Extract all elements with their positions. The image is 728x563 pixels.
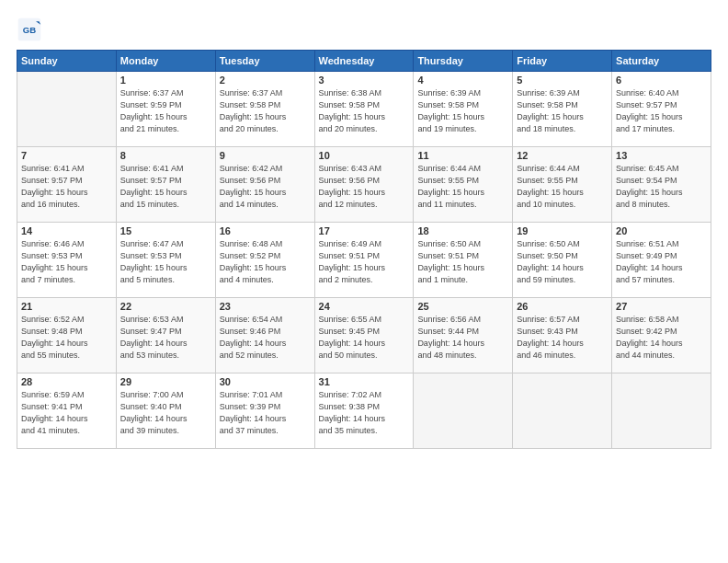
calendar-cell: 6Sunrise: 6:40 AMSunset: 9:57 PMDaylight… [612, 72, 711, 147]
day-number: 15 [120, 225, 211, 236]
day-info: Sunrise: 6:59 AMSunset: 9:41 PMDaylight:… [21, 389, 112, 437]
calendar-cell: 3Sunrise: 6:38 AMSunset: 9:58 PMDaylight… [314, 72, 414, 147]
day-info: Sunrise: 6:55 AMSunset: 9:45 PMDaylight:… [319, 314, 410, 362]
day-info: Sunrise: 6:44 AMSunset: 9:55 PMDaylight:… [417, 163, 508, 211]
day-info: Sunrise: 6:43 AMSunset: 9:56 PMDaylight:… [319, 163, 410, 211]
day-info: Sunrise: 6:41 AMSunset: 9:57 PMDaylight:… [120, 163, 211, 211]
day-number: 19 [517, 225, 608, 236]
day-number: 3 [319, 75, 410, 86]
calendar-week-2: 7Sunrise: 6:41 AMSunset: 9:57 PMDaylight… [17, 147, 711, 223]
day-info: Sunrise: 6:48 AMSunset: 9:52 PMDaylight:… [220, 238, 311, 286]
calendar-cell: 16Sunrise: 6:48 AMSunset: 9:52 PMDayligh… [215, 223, 314, 298]
calendar-cell: 8Sunrise: 6:41 AMSunset: 9:57 PMDaylight… [116, 147, 215, 223]
day-info: Sunrise: 6:41 AMSunset: 9:57 PMDaylight:… [21, 163, 112, 211]
day-number: 14 [21, 225, 112, 236]
day-number: 22 [120, 301, 211, 312]
calendar-week-5: 28Sunrise: 6:59 AMSunset: 9:41 PMDayligh… [17, 373, 711, 449]
day-number: 31 [319, 376, 410, 387]
page-header: GB [17, 17, 711, 42]
calendar-cell: 30Sunrise: 7:01 AMSunset: 9:39 PMDayligh… [215, 373, 314, 449]
day-number: 5 [517, 75, 608, 86]
day-number: 25 [417, 301, 508, 312]
day-info: Sunrise: 6:50 AMSunset: 9:51 PMDaylight:… [417, 238, 508, 286]
calendar-cell [513, 373, 612, 449]
calendar-cell: 25Sunrise: 6:56 AMSunset: 9:44 PMDayligh… [414, 298, 513, 373]
calendar-cell: 5Sunrise: 6:39 AMSunset: 9:58 PMDaylight… [513, 72, 612, 147]
day-number: 12 [517, 150, 608, 161]
calendar-cell: 1Sunrise: 6:37 AMSunset: 9:59 PMDaylight… [116, 72, 215, 147]
day-info: Sunrise: 6:49 AMSunset: 9:51 PMDaylight:… [319, 238, 410, 286]
day-number: 9 [220, 150, 311, 161]
header-monday: Monday [116, 51, 215, 72]
day-info: Sunrise: 6:51 AMSunset: 9:49 PMDaylight:… [616, 238, 707, 286]
calendar-cell: 11Sunrise: 6:44 AMSunset: 9:55 PMDayligh… [414, 147, 513, 223]
calendar-header-row: SundayMondayTuesdayWednesdayThursdayFrid… [17, 51, 711, 72]
calendar-cell: 21Sunrise: 6:52 AMSunset: 9:48 PMDayligh… [17, 298, 117, 373]
header-wednesday: Wednesday [314, 51, 414, 72]
day-number: 13 [616, 150, 707, 161]
calendar-cell: 19Sunrise: 6:50 AMSunset: 9:50 PMDayligh… [513, 223, 612, 298]
calendar-cell: 20Sunrise: 6:51 AMSunset: 9:49 PMDayligh… [612, 223, 711, 298]
calendar-cell: 26Sunrise: 6:57 AMSunset: 9:43 PMDayligh… [513, 298, 612, 373]
header-thursday: Thursday [414, 51, 513, 72]
calendar-week-1: 1Sunrise: 6:37 AMSunset: 9:59 PMDaylight… [17, 72, 711, 147]
day-info: Sunrise: 6:54 AMSunset: 9:46 PMDaylight:… [220, 314, 311, 362]
calendar-cell: 31Sunrise: 7:02 AMSunset: 9:38 PMDayligh… [314, 373, 414, 449]
day-number: 10 [319, 150, 410, 161]
day-number: 2 [220, 75, 311, 86]
header-sunday: Sunday [17, 51, 117, 72]
calendar-cell: 7Sunrise: 6:41 AMSunset: 9:57 PMDaylight… [17, 147, 117, 223]
calendar-cell: 15Sunrise: 6:47 AMSunset: 9:53 PMDayligh… [116, 223, 215, 298]
day-number: 29 [120, 376, 211, 387]
day-number: 16 [220, 225, 311, 236]
day-number: 28 [21, 376, 112, 387]
day-info: Sunrise: 7:00 AMSunset: 9:40 PMDaylight:… [120, 389, 211, 437]
day-number: 1 [120, 75, 211, 86]
header-tuesday: Tuesday [215, 51, 314, 72]
header-friday: Friday [513, 51, 612, 72]
calendar-cell: 4Sunrise: 6:39 AMSunset: 9:58 PMDaylight… [414, 72, 513, 147]
calendar-cell: 22Sunrise: 6:53 AMSunset: 9:47 PMDayligh… [116, 298, 215, 373]
day-info: Sunrise: 6:37 AMSunset: 9:59 PMDaylight:… [120, 87, 211, 135]
day-info: Sunrise: 6:37 AMSunset: 9:58 PMDaylight:… [220, 87, 311, 135]
calendar-cell: 2Sunrise: 6:37 AMSunset: 9:58 PMDaylight… [215, 72, 314, 147]
day-info: Sunrise: 6:42 AMSunset: 9:56 PMDaylight:… [220, 163, 311, 211]
day-info: Sunrise: 6:46 AMSunset: 9:53 PMDaylight:… [21, 238, 112, 286]
day-number: 24 [319, 301, 410, 312]
day-info: Sunrise: 6:47 AMSunset: 9:53 PMDaylight:… [120, 238, 211, 286]
logo: GB [17, 17, 46, 42]
day-number: 4 [417, 75, 508, 86]
day-number: 18 [417, 225, 508, 236]
calendar-cell: 18Sunrise: 6:50 AMSunset: 9:51 PMDayligh… [414, 223, 513, 298]
day-number: 11 [417, 150, 508, 161]
day-number: 21 [21, 301, 112, 312]
day-info: Sunrise: 6:38 AMSunset: 9:58 PMDaylight:… [319, 87, 410, 135]
calendar-cell: 23Sunrise: 6:54 AMSunset: 9:46 PMDayligh… [215, 298, 314, 373]
day-info: Sunrise: 6:52 AMSunset: 9:48 PMDaylight:… [21, 314, 112, 362]
day-number: 7 [21, 150, 112, 161]
day-info: Sunrise: 6:40 AMSunset: 9:57 PMDaylight:… [616, 87, 707, 135]
day-info: Sunrise: 6:53 AMSunset: 9:47 PMDaylight:… [120, 314, 211, 362]
calendar-cell: 28Sunrise: 6:59 AMSunset: 9:41 PMDayligh… [17, 373, 117, 449]
day-info: Sunrise: 6:45 AMSunset: 9:54 PMDaylight:… [616, 163, 707, 211]
day-number: 20 [616, 225, 707, 236]
calendar-cell: 27Sunrise: 6:58 AMSunset: 9:42 PMDayligh… [612, 298, 711, 373]
calendar-cell: 12Sunrise: 6:44 AMSunset: 9:55 PMDayligh… [513, 147, 612, 223]
day-number: 8 [120, 150, 211, 161]
day-info: Sunrise: 7:02 AMSunset: 9:38 PMDaylight:… [319, 389, 410, 437]
calendar-cell [17, 72, 117, 147]
day-number: 17 [319, 225, 410, 236]
calendar-week-3: 14Sunrise: 6:46 AMSunset: 9:53 PMDayligh… [17, 223, 711, 298]
header-saturday: Saturday [612, 51, 711, 72]
calendar-cell: 17Sunrise: 6:49 AMSunset: 9:51 PMDayligh… [314, 223, 414, 298]
svg-text:GB: GB [23, 25, 36, 35]
day-number: 27 [616, 301, 707, 312]
calendar-table: SundayMondayTuesdayWednesdayThursdayFrid… [17, 50, 711, 449]
day-info: Sunrise: 6:39 AMSunset: 9:58 PMDaylight:… [517, 87, 608, 135]
calendar-cell: 10Sunrise: 6:43 AMSunset: 9:56 PMDayligh… [314, 147, 414, 223]
calendar-cell: 13Sunrise: 6:45 AMSunset: 9:54 PMDayligh… [612, 147, 711, 223]
day-info: Sunrise: 7:01 AMSunset: 9:39 PMDaylight:… [220, 389, 311, 437]
day-info: Sunrise: 6:39 AMSunset: 9:58 PMDaylight:… [417, 87, 508, 135]
day-info: Sunrise: 6:50 AMSunset: 9:50 PMDaylight:… [517, 238, 608, 286]
day-number: 23 [220, 301, 311, 312]
